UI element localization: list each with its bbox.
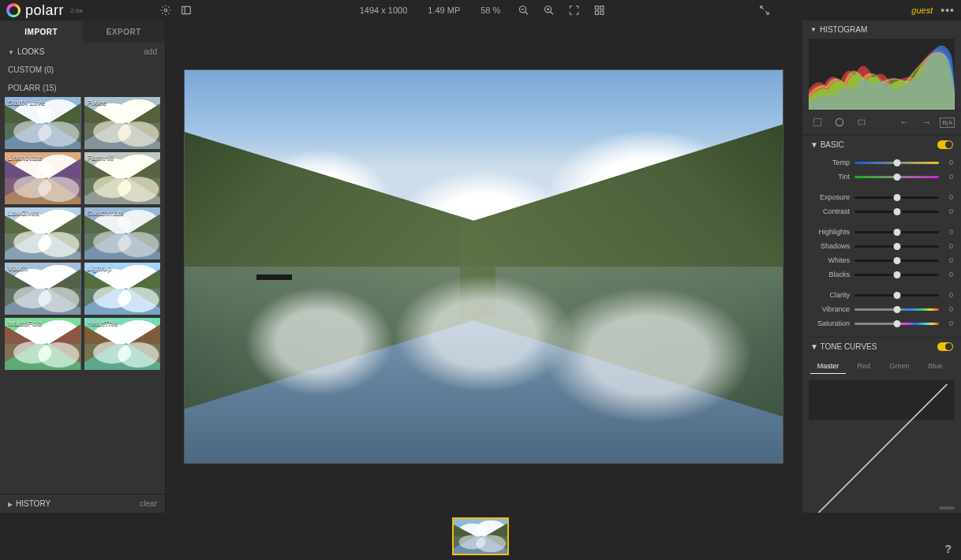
curve-tab[interactable]: Green <box>882 359 918 374</box>
look-label: LawGives <box>8 209 39 217</box>
svg-point-43 <box>38 177 79 202</box>
custom-header[interactable]: CUSTOM (0) <box>0 61 165 79</box>
look-item[interactable]: Pixlee <box>84 97 161 149</box>
basic-header[interactable]: ▼ BASIC <box>802 135 961 154</box>
svg-line-4 <box>525 12 528 15</box>
look-item[interactable]: LightUp <box>84 263 161 315</box>
slider-track[interactable] <box>854 308 939 311</box>
filmstrip: ? <box>0 513 961 560</box>
grid-icon[interactable] <box>592 3 606 17</box>
svg-rect-13 <box>600 11 603 14</box>
history-clear-button[interactable]: clear <box>140 499 157 508</box>
svg-point-63 <box>38 232 79 257</box>
looks-title: LOOKS <box>17 47 44 56</box>
slider-thumb[interactable] <box>893 271 900 278</box>
panels-icon[interactable] <box>179 3 193 17</box>
slider-track[interactable] <box>854 162 939 164</box>
look-item[interactable]: LawGives <box>5 207 81 259</box>
svg-point-103 <box>38 342 79 368</box>
look-item[interactable]: MarcoPolo <box>5 318 81 370</box>
curve-tab[interactable]: Blue <box>918 359 953 374</box>
slider-track[interactable] <box>854 274 939 276</box>
tonecurves-toggle[interactable] <box>937 342 953 351</box>
slider-label: Vibrance <box>810 305 850 313</box>
look-item[interactable]: Linknovate <box>5 152 81 204</box>
zoom-label: 58 % <box>480 6 500 15</box>
main-photo[interactable] <box>184 69 783 464</box>
compare-icon[interactable]: B|A <box>940 118 955 128</box>
tool-row: ← → B|A <box>802 110 961 135</box>
slider-thumb[interactable] <box>893 194 900 201</box>
tone-curve-chart[interactable] <box>809 380 955 420</box>
looks-add-button[interactable]: add <box>144 47 157 56</box>
slider-thumb[interactable] <box>893 306 900 313</box>
slider-label: Tint <box>810 173 850 181</box>
slider-thumb[interactable] <box>893 208 900 215</box>
slider-track[interactable] <box>854 196 939 199</box>
slider-row: Shadows 0 <box>810 239 953 253</box>
slider-track[interactable] <box>854 231 939 233</box>
help-icon[interactable]: ? <box>944 543 952 555</box>
gear-icon[interactable] <box>159 3 173 17</box>
dimensions-label: 1494 x 1000 <box>360 6 408 15</box>
slider-row: Whites 0 <box>810 253 953 267</box>
look-item[interactable]: StartX Love <box>5 97 81 149</box>
more-icon[interactable]: ••• <box>940 4 955 17</box>
canvas-area[interactable] <box>166 21 802 513</box>
expand-icon[interactable] <box>757 3 772 17</box>
look-label: FarmHill <box>88 154 114 162</box>
curve-tab[interactable]: Red <box>846 359 881 374</box>
svg-rect-116 <box>858 120 865 125</box>
look-item[interactable]: HeartThis <box>84 318 161 370</box>
slider-track[interactable] <box>854 294 939 297</box>
rect-mask-icon[interactable] <box>853 115 870 129</box>
histogram-chart[interactable] <box>809 39 955 110</box>
slider-track[interactable] <box>854 323 939 325</box>
slider-thumb[interactable] <box>893 159 900 166</box>
looks-header[interactable]: ▼LOOKS add <box>0 43 165 61</box>
slider-track[interactable] <box>854 211 939 213</box>
basic-toggle[interactable] <box>937 140 953 149</box>
slider-value: 0 <box>944 207 953 215</box>
look-item[interactable]: Switchmate <box>84 207 161 259</box>
fit-icon[interactable] <box>567 3 581 17</box>
basic-sliders: Temp 0 Tint 0 Exposure 0 Contrast 0 High… <box>802 154 961 337</box>
tab-import[interactable]: IMPORT <box>0 21 83 43</box>
slider-thumb[interactable] <box>893 174 900 181</box>
circle-mask-icon[interactable] <box>831 115 848 129</box>
slider-thumb[interactable] <box>893 229 900 236</box>
slider-thumb[interactable] <box>893 320 900 327</box>
slider-value: 0 <box>944 291 953 299</box>
slider-track[interactable] <box>854 176 939 178</box>
redo-icon[interactable]: → <box>918 115 935 129</box>
slider-track[interactable] <box>854 259 939 262</box>
slider-track[interactable] <box>854 245 939 248</box>
slider-value: 0 <box>944 319 953 327</box>
slider-thumb[interactable] <box>893 257 900 264</box>
zoom-out-icon[interactable] <box>516 3 530 17</box>
slider-label: Saturation <box>810 319 850 327</box>
filmstrip-handle[interactable] <box>939 506 955 510</box>
zoom-in-icon[interactable] <box>541 3 555 17</box>
user-label[interactable]: guest <box>911 6 933 15</box>
crop-icon[interactable] <box>809 115 826 129</box>
look-item[interactable]: Vouch <box>5 263 81 315</box>
undo-icon[interactable]: ← <box>896 115 913 129</box>
slider-row: Tint 0 <box>810 170 953 184</box>
tonecurves-header[interactable]: ▼ TONE CURVES <box>802 337 961 356</box>
app-logo[interactable]: polarr 2.0a <box>6 2 83 19</box>
histogram-header[interactable]: ▼HISTOGRAM <box>802 21 961 39</box>
look-label: Switchmate <box>88 209 125 217</box>
svg-rect-1 <box>181 6 190 13</box>
slider-thumb[interactable] <box>893 243 900 250</box>
slider-label: Highlights <box>810 228 850 236</box>
filmstrip-thumb[interactable] <box>452 517 509 555</box>
history-header[interactable]: ▶HISTORY clear <box>0 494 165 513</box>
right-panel: ▼HISTOGRAM ← → B|A ▼ BASIC Temp <box>802 21 961 513</box>
look-item[interactable]: FarmHill <box>84 152 161 204</box>
curve-tab[interactable]: Master <box>810 359 846 374</box>
tab-export[interactable]: EXPORT <box>83 21 166 43</box>
slider-row: Saturation 0 <box>810 316 953 330</box>
slider-thumb[interactable] <box>893 292 900 299</box>
polarr-header[interactable]: POLARR (15) <box>0 79 165 97</box>
